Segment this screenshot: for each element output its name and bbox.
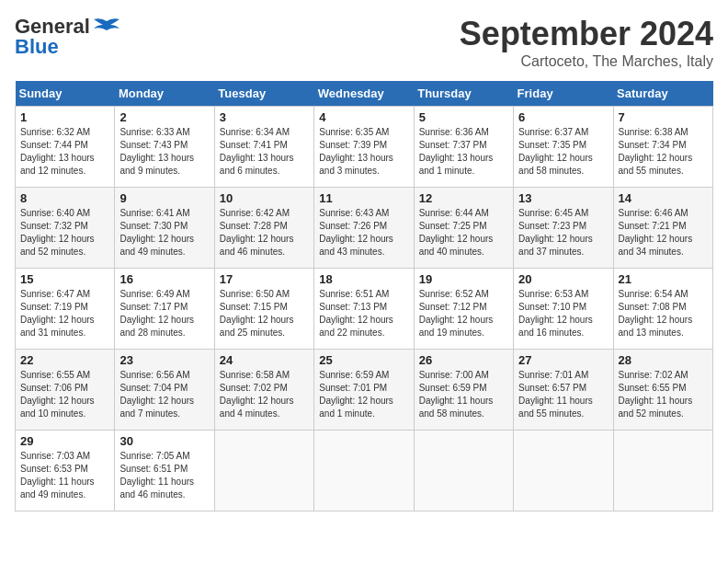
day-of-week-header: Saturday [613, 81, 712, 107]
day-info: Sunrise: 6:38 AMSunset: 7:34 PMDaylight:… [619, 127, 693, 176]
calendar-cell: 9 Sunrise: 6:41 AMSunset: 7:30 PMDayligh… [115, 188, 214, 269]
day-number: 4 [319, 110, 408, 124]
day-info: Sunrise: 6:51 AMSunset: 7:13 PMDaylight:… [319, 289, 393, 338]
day-number: 26 [419, 353, 508, 367]
calendar-cell [613, 431, 712, 511]
calendar-cell: 5 Sunrise: 6:36 AMSunset: 7:37 PMDayligh… [414, 107, 513, 188]
calendar-cell [314, 431, 414, 511]
day-number: 25 [319, 353, 408, 367]
day-info: Sunrise: 6:53 AMSunset: 7:10 PMDaylight:… [518, 289, 593, 338]
day-info: Sunrise: 6:43 AMSunset: 7:26 PMDaylight:… [319, 208, 393, 257]
day-number: 8 [20, 191, 109, 205]
day-info: Sunrise: 6:36 AMSunset: 7:37 PMDaylight:… [419, 127, 494, 176]
calendar-cell: 24 Sunrise: 6:58 AMSunset: 7:02 PMDaylig… [214, 350, 313, 431]
calendar-table: SundayMondayTuesdayWednesdayThursdayFrid… [15, 81, 713, 511]
calendar-cell: 3 Sunrise: 6:34 AMSunset: 7:41 PMDayligh… [214, 107, 313, 188]
day-info: Sunrise: 6:45 AMSunset: 7:23 PMDaylight:… [518, 208, 593, 257]
day-of-week-header: Wednesday [314, 81, 414, 107]
day-info: Sunrise: 6:52 AMSunset: 7:12 PMDaylight:… [419, 289, 494, 338]
title-area: September 2024 Cartoceto, The Marches, I… [460, 15, 713, 70]
calendar-cell [514, 431, 613, 511]
calendar-cell: 27 Sunrise: 7:01 AMSunset: 6:57 PMDaylig… [514, 350, 613, 431]
calendar-cell: 22 Sunrise: 6:55 AMSunset: 7:06 PMDaylig… [16, 350, 115, 431]
day-number: 17 [220, 272, 309, 286]
day-number: 19 [419, 272, 508, 286]
day-number: 14 [619, 191, 708, 205]
day-number: 23 [119, 353, 209, 367]
calendar-cell [214, 431, 313, 511]
calendar-header: SundayMondayTuesdayWednesdayThursdayFrid… [16, 81, 713, 107]
day-number: 22 [20, 353, 109, 367]
calendar-cell: 10 Sunrise: 6:42 AMSunset: 7:28 PMDaylig… [214, 188, 313, 269]
calendar-cell: 28 Sunrise: 7:02 AMSunset: 6:55 PMDaylig… [613, 350, 712, 431]
location: Cartoceto, The Marches, Italy [460, 53, 713, 70]
calendar-cell: 17 Sunrise: 6:50 AMSunset: 7:15 PMDaylig… [214, 269, 313, 350]
calendar-cell: 19 Sunrise: 6:52 AMSunset: 7:12 PMDaylig… [414, 269, 513, 350]
day-number: 5 [419, 110, 508, 124]
day-info: Sunrise: 6:49 AMSunset: 7:17 PMDaylight:… [119, 289, 194, 338]
day-info: Sunrise: 6:44 AMSunset: 7:25 PMDaylight:… [419, 208, 494, 257]
day-of-week-header: Monday [115, 81, 214, 107]
day-info: Sunrise: 7:00 AMSunset: 6:59 PMDaylight:… [419, 370, 494, 419]
calendar-cell [414, 431, 513, 511]
calendar-cell: 6 Sunrise: 6:37 AMSunset: 7:35 PMDayligh… [514, 107, 613, 188]
day-of-week-header: Tuesday [214, 81, 313, 107]
day-number: 7 [619, 110, 708, 124]
day-number: 3 [220, 110, 309, 124]
calendar-cell: 8 Sunrise: 6:40 AMSunset: 7:32 PMDayligh… [16, 188, 115, 269]
calendar-cell: 26 Sunrise: 7:00 AMSunset: 6:59 PMDaylig… [414, 350, 513, 431]
day-info: Sunrise: 7:05 AMSunset: 6:51 PMDaylight:… [119, 451, 194, 500]
day-info: Sunrise: 6:47 AMSunset: 7:19 PMDaylight:… [20, 289, 95, 338]
day-info: Sunrise: 7:01 AMSunset: 6:57 PMDaylight:… [518, 370, 593, 419]
day-number: 6 [518, 110, 608, 124]
calendar-cell: 30 Sunrise: 7:05 AMSunset: 6:51 PMDaylig… [115, 431, 214, 511]
day-info: Sunrise: 7:03 AMSunset: 6:53 PMDaylight:… [20, 451, 95, 500]
calendar-cell: 23 Sunrise: 6:56 AMSunset: 7:04 PMDaylig… [115, 350, 214, 431]
calendar-cell: 13 Sunrise: 6:45 AMSunset: 7:23 PMDaylig… [514, 188, 613, 269]
day-number: 30 [119, 434, 209, 448]
logo: General Blue [15, 15, 119, 59]
day-info: Sunrise: 7:02 AMSunset: 6:55 PMDaylight:… [619, 370, 693, 419]
day-of-week-header: Thursday [414, 81, 513, 107]
day-info: Sunrise: 6:56 AMSunset: 7:04 PMDaylight:… [119, 370, 194, 419]
calendar-cell: 2 Sunrise: 6:33 AMSunset: 7:43 PMDayligh… [115, 107, 214, 188]
calendar-cell: 29 Sunrise: 7:03 AMSunset: 6:53 PMDaylig… [16, 431, 115, 511]
calendar-cell: 18 Sunrise: 6:51 AMSunset: 7:13 PMDaylig… [314, 269, 414, 350]
day-number: 2 [119, 110, 209, 124]
day-info: Sunrise: 6:32 AMSunset: 7:44 PMDaylight:… [20, 127, 95, 176]
day-info: Sunrise: 6:50 AMSunset: 7:15 PMDaylight:… [220, 289, 294, 338]
logo-blue-text: Blue [15, 35, 59, 59]
logo-bird-icon [94, 17, 119, 36]
day-number: 27 [518, 353, 608, 367]
day-number: 13 [518, 191, 608, 205]
month-title: September 2024 [460, 15, 713, 53]
day-info: Sunrise: 6:40 AMSunset: 7:32 PMDaylight:… [20, 208, 95, 257]
calendar-cell: 15 Sunrise: 6:47 AMSunset: 7:19 PMDaylig… [16, 269, 115, 350]
day-number: 11 [319, 191, 408, 205]
day-info: Sunrise: 6:35 AMSunset: 7:39 PMDaylight:… [319, 127, 393, 176]
day-info: Sunrise: 6:37 AMSunset: 7:35 PMDaylight:… [518, 127, 593, 176]
day-number: 15 [20, 272, 109, 286]
calendar-cell: 16 Sunrise: 6:49 AMSunset: 7:17 PMDaylig… [115, 269, 214, 350]
day-info: Sunrise: 6:58 AMSunset: 7:02 PMDaylight:… [220, 370, 294, 419]
calendar-cell: 7 Sunrise: 6:38 AMSunset: 7:34 PMDayligh… [613, 107, 712, 188]
day-number: 24 [220, 353, 309, 367]
day-number: 20 [518, 272, 608, 286]
day-number: 29 [20, 434, 109, 448]
day-number: 1 [20, 110, 109, 124]
day-info: Sunrise: 6:41 AMSunset: 7:30 PMDaylight:… [119, 208, 194, 257]
calendar-cell: 12 Sunrise: 6:44 AMSunset: 7:25 PMDaylig… [414, 188, 513, 269]
calendar-cell: 4 Sunrise: 6:35 AMSunset: 7:39 PMDayligh… [314, 107, 414, 188]
day-info: Sunrise: 6:34 AMSunset: 7:41 PMDaylight:… [220, 127, 294, 176]
calendar-cell: 21 Sunrise: 6:54 AMSunset: 7:08 PMDaylig… [613, 269, 712, 350]
day-of-week-header: Sunday [16, 81, 115, 107]
day-number: 18 [319, 272, 408, 286]
day-number: 10 [220, 191, 309, 205]
day-info: Sunrise: 6:54 AMSunset: 7:08 PMDaylight:… [619, 289, 693, 338]
day-info: Sunrise: 6:46 AMSunset: 7:21 PMDaylight:… [619, 208, 693, 257]
day-number: 9 [119, 191, 209, 205]
day-number: 16 [119, 272, 209, 286]
day-info: Sunrise: 6:33 AMSunset: 7:43 PMDaylight:… [119, 127, 194, 176]
day-info: Sunrise: 6:55 AMSunset: 7:06 PMDaylight:… [20, 370, 95, 419]
calendar-cell: 11 Sunrise: 6:43 AMSunset: 7:26 PMDaylig… [314, 188, 414, 269]
